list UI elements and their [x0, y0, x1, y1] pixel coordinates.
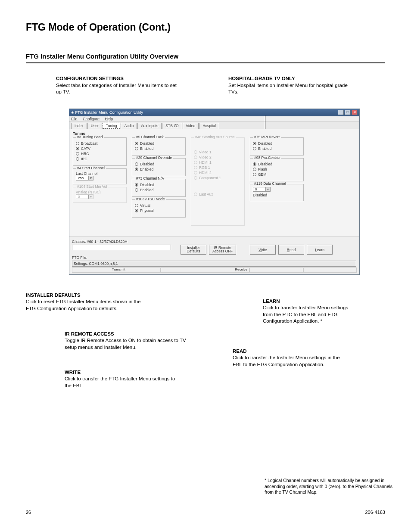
- radio-label: Disabled: [258, 162, 272, 166]
- chassis-field[interactable]: [72, 245, 171, 250]
- callout-write: WRITE Click to transfer the FTG Installe…: [65, 369, 177, 389]
- tab-hospital[interactable]: Hospital: [199, 123, 219, 129]
- callout-body: Toggle IR Remote Access to ON to obtain …: [65, 338, 186, 350]
- read-button[interactable]: Read: [278, 245, 304, 255]
- label: Receive: [235, 268, 247, 271]
- radio-disabled[interactable]: Disabled: [253, 141, 301, 146]
- menubar: File Configure Help: [69, 116, 359, 122]
- label: Last Channel: [76, 171, 124, 176]
- menu-help[interactable]: Help: [105, 117, 113, 121]
- chassis-label: Chassis: #60-1 - 32/37/42LD320H: [72, 240, 171, 244]
- radio-label: Disabled: [258, 141, 272, 146]
- radio-label: CATV: [81, 146, 90, 151]
- page-title: FTG Mode of Operation (Cont.): [26, 22, 385, 33]
- group-atsc-mode: #103 ATSC Mode Virtual Physical: [132, 199, 186, 218]
- radio-video2: Video 2: [194, 155, 242, 159]
- radio-enabled[interactable]: Enabled: [135, 167, 183, 171]
- radio-label: IRC: [81, 157, 87, 161]
- tab-tuning[interactable]: Tuning: [103, 123, 121, 129]
- callout-body: Set Hospital items on Installer Menu for…: [228, 83, 348, 95]
- learn-button[interactable]: Learn: [307, 245, 333, 255]
- start-minor-dropdown: 0▾: [76, 194, 93, 199]
- radio-enabled[interactable]: Enabled: [135, 188, 183, 192]
- group-channel-override: #29 Channel Override Disabled Enabled: [132, 158, 186, 176]
- radio-rgb1: RGB 1: [194, 165, 242, 170]
- group-channel-lock: #5 Channel Lock Disabled Enabled: [132, 137, 186, 156]
- tab-audio[interactable]: Audio: [121, 123, 137, 129]
- radio-label: HDMI 2: [199, 171, 212, 175]
- chevron-down-icon: ▾: [265, 187, 270, 191]
- radio-label: HDMI 1: [199, 160, 212, 165]
- footnote: * Logical Channel numbers will automatic…: [265, 478, 398, 495]
- tab-panel: Tuning #3 Tuning Band Broadcast CATV HRC…: [69, 129, 359, 236]
- doc-number: 206-4163: [365, 510, 386, 515]
- menu-file[interactable]: File: [71, 117, 78, 121]
- radio-physical[interactable]: Physical: [135, 208, 183, 213]
- callout-body: Select tabs for categories of Installer …: [56, 83, 177, 95]
- tab-index[interactable]: Index: [71, 123, 87, 129]
- blank-cell: [249, 268, 303, 273]
- radio-catv[interactable]: CATV: [76, 146, 124, 151]
- tab-video[interactable]: Video: [183, 123, 199, 129]
- blank-cell: [303, 268, 357, 273]
- data-channel-dropdown[interactable]: 0▾: [253, 187, 271, 192]
- rule: [26, 62, 385, 63]
- tab-stb-io[interactable]: STB I/O: [162, 123, 182, 129]
- receive-cell: Receive: [161, 268, 249, 273]
- radio-label: HRC: [81, 152, 89, 156]
- radio-disabled[interactable]: Disabled: [135, 141, 183, 146]
- legend: #3 Tuning Band: [76, 135, 104, 139]
- note: Disabled: [253, 193, 301, 197]
- legend: #103 ATSC Mode: [135, 197, 166, 201]
- radio-irc[interactable]: IRC: [76, 157, 124, 161]
- dropdown-value: 255: [76, 176, 88, 180]
- radio-label: Virtual: [140, 203, 150, 208]
- legend: #46 Starting Aux Source: [194, 135, 236, 139]
- radio-disabled[interactable]: Disabled: [135, 162, 183, 166]
- radio-disabled[interactable]: Disabled: [253, 162, 301, 166]
- group-start-minor: #104 Start Min Vol Analog (NTSC) 0▾: [73, 187, 127, 203]
- app-window: ◈ FTG Installer Menu Configuration Utili…: [69, 109, 360, 275]
- radio-enabled[interactable]: Enabled: [135, 146, 183, 151]
- callout-head: CONFIGURATION SETTINGS: [56, 76, 124, 81]
- maximize-button[interactable]: □: [345, 110, 351, 115]
- legend: #29 Channel Override: [135, 156, 173, 160]
- menu-configure[interactable]: Configure: [83, 117, 100, 121]
- radio-label: Video 1: [199, 150, 212, 154]
- tab-user[interactable]: User: [87, 123, 102, 129]
- radio-label: Last Aux: [199, 192, 213, 196]
- radio-broadcast[interactable]: Broadcast: [76, 141, 124, 146]
- radio-component1: Component 1: [194, 176, 242, 180]
- radio-label: Enabled: [258, 146, 271, 151]
- radio-enabled[interactable]: Enabled: [253, 146, 301, 151]
- callout-head: INSTALLER DEFAULTS: [26, 292, 81, 298]
- radio-label: Disabled: [140, 162, 154, 166]
- chevron-down-icon: ▾: [88, 176, 93, 180]
- callout-body: Click to transfer the FTG Installer Menu…: [65, 376, 175, 388]
- radio-gem[interactable]: GEM: [253, 172, 301, 177]
- radio-label: GEM: [258, 172, 266, 177]
- dropdown-value: 0: [253, 187, 265, 191]
- callout-learn: LEARN Click to transfer Installer Menu s…: [263, 298, 353, 325]
- radio-virtual[interactable]: Virtual: [135, 203, 183, 208]
- callout-head: IR REMOTE ACCESS: [65, 331, 114, 336]
- group-pro-centric: #98 Pro:Centric Disabled Flash GEM: [250, 158, 304, 181]
- write-button[interactable]: Write: [250, 245, 276, 255]
- radio-disabled[interactable]: Disabled: [135, 183, 183, 187]
- close-button[interactable]: ✕: [352, 110, 358, 115]
- radio-label: Enabled: [140, 167, 153, 171]
- label: Analog (NTSC): [76, 190, 124, 194]
- radio-label: Video 2: [199, 155, 212, 159]
- radio-flash[interactable]: Flash: [253, 167, 301, 171]
- callout-body: Click to reset FTG Installer Menu items …: [26, 299, 141, 311]
- group-start-channel: #4 Start Channel Last Channel 255▾: [73, 168, 127, 184]
- radio-hrc[interactable]: HRC: [76, 152, 124, 156]
- start-channel-dropdown[interactable]: 255▾: [76, 176, 93, 180]
- installer-defaults-button[interactable]: Installer Defaults: [181, 245, 206, 255]
- minimize-button[interactable]: _: [338, 110, 344, 115]
- callout-ir-remote: IR REMOTE ACCESS Toggle IR Remote Access…: [65, 331, 190, 351]
- group-channel-na: #73 Channel N/A Disabled Enabled: [132, 179, 186, 197]
- ir-remote-button[interactable]: IR Remote Access OFF: [209, 245, 236, 255]
- group-tuning-band: #3 Tuning Band Broadcast CATV HRC IRC: [73, 137, 127, 166]
- tab-aux-inputs[interactable]: Aux Inputs: [137, 123, 162, 129]
